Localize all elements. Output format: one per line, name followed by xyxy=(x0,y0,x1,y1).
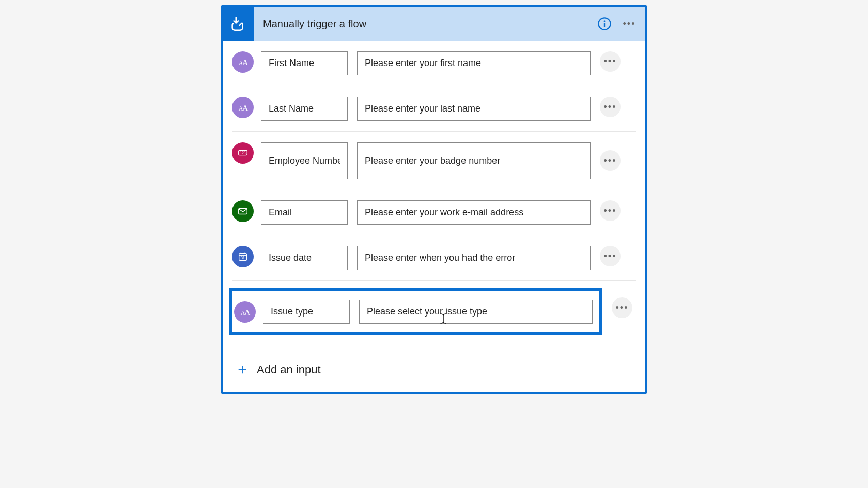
card-header: Manually trigger a flow ••• xyxy=(223,7,645,41)
row-more-button[interactable]: ••• xyxy=(600,51,621,72)
input-desc-field[interactable] xyxy=(359,300,593,324)
input-name-field[interactable] xyxy=(261,51,348,75)
text-type-icon: AA xyxy=(232,97,254,118)
email-type-icon xyxy=(232,200,254,222)
svg-rect-2 xyxy=(604,23,605,27)
text-type-icon: AA xyxy=(232,51,254,73)
input-desc-field[interactable] xyxy=(357,200,591,225)
plus-icon xyxy=(235,363,250,377)
trigger-icon xyxy=(223,7,254,41)
input-name-field[interactable] xyxy=(261,97,348,121)
row-more-button[interactable]: ••• xyxy=(600,150,621,171)
input-row: 123 ••• xyxy=(232,132,636,190)
add-input-label: Add an input xyxy=(257,363,321,376)
add-input-button[interactable]: Add an input xyxy=(232,350,636,392)
input-row-highlighted: AA ••• xyxy=(232,281,636,350)
info-button[interactable] xyxy=(596,15,613,33)
header-title: Manually trigger a flow xyxy=(254,18,596,30)
input-desc-field[interactable] xyxy=(357,142,591,179)
trigger-card: Manually trigger a flow ••• AA ••• AA xyxy=(221,5,647,394)
input-name-field[interactable] xyxy=(261,246,348,270)
input-row: 31 ••• xyxy=(232,235,636,281)
input-desc-field[interactable] xyxy=(357,246,591,270)
more-icon: ••• xyxy=(604,206,617,216)
input-row: AA ••• xyxy=(232,41,636,86)
svg-text:A: A xyxy=(242,58,249,67)
number-type-icon: 123 xyxy=(232,142,254,164)
header-more-button[interactable]: ••• xyxy=(621,15,638,33)
svg-text:123: 123 xyxy=(240,151,246,155)
row-more-button[interactable]: ••• xyxy=(600,246,621,266)
card-body: AA ••• AA ••• 123 ••• xyxy=(223,41,645,392)
row-more-button[interactable]: ••• xyxy=(600,97,621,117)
date-type-icon: 31 xyxy=(232,246,254,267)
input-row: AA ••• xyxy=(232,86,636,132)
more-icon: ••• xyxy=(604,56,617,67)
svg-text:A: A xyxy=(244,307,251,316)
input-desc-field[interactable] xyxy=(357,97,591,121)
svg-text:31: 31 xyxy=(241,256,245,260)
svg-text:A: A xyxy=(242,103,249,112)
more-icon: ••• xyxy=(604,155,617,166)
input-name-field[interactable] xyxy=(261,200,348,225)
more-icon: ••• xyxy=(616,303,629,313)
row-more-button[interactable]: ••• xyxy=(612,297,632,318)
input-name-field[interactable] xyxy=(261,142,348,179)
row-more-button[interactable]: ••• xyxy=(600,200,621,221)
more-icon: ••• xyxy=(623,19,636,29)
svg-point-1 xyxy=(603,20,605,22)
input-row: ••• xyxy=(232,190,636,235)
input-desc-field[interactable] xyxy=(357,51,591,75)
info-icon xyxy=(597,17,612,31)
more-icon: ••• xyxy=(604,102,617,113)
svg-rect-9 xyxy=(239,209,247,214)
text-type-icon: AA xyxy=(234,301,256,323)
highlight-box: AA xyxy=(229,288,602,335)
more-icon: ••• xyxy=(604,251,617,262)
input-name-field[interactable] xyxy=(263,300,350,324)
